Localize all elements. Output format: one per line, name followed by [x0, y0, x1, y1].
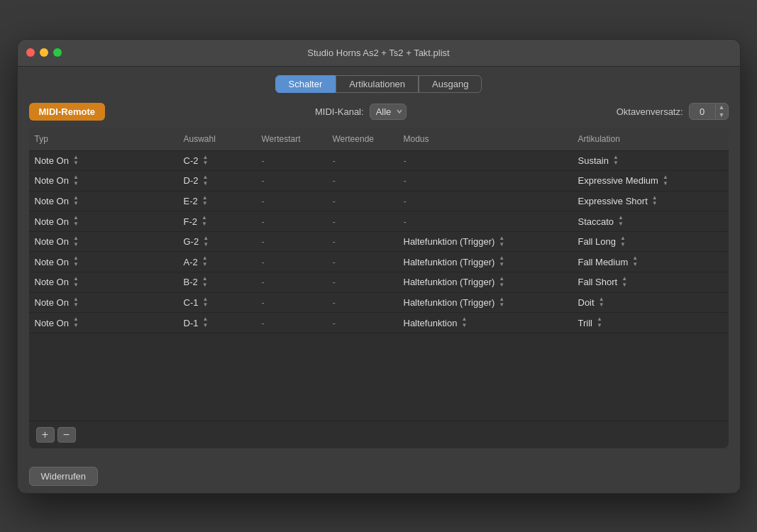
- cell-artikulation-8: Trill ▲▼: [573, 313, 729, 333]
- artikulation-stepper-6[interactable]: ▲▼: [621, 276, 627, 289]
- auswahl-stepper-1[interactable]: ▲▼: [202, 174, 208, 187]
- window-title: Studio Horns As2 + Ts2 + Takt.plist: [307, 48, 449, 58]
- tab-artikulationen[interactable]: Artikulationen: [336, 75, 419, 93]
- cell-auswahl-2: E-2 ▲▼: [178, 192, 256, 211]
- modus-stepper-7[interactable]: ▲▼: [499, 297, 504, 309]
- cell-werteende-1: -: [327, 172, 398, 189]
- auswahl-stepper-5[interactable]: ▲▼: [202, 255, 208, 268]
- table-row[interactable]: Note On ▲▼ D-2 ▲▼ - - - Expressive Mediu…: [29, 171, 729, 192]
- typ-stepper-4[interactable]: ▲▼: [73, 235, 79, 248]
- cell-wertestart-6: -: [256, 273, 327, 291]
- artikulation-stepper-7[interactable]: ▲▼: [599, 297, 604, 309]
- col-header-wertestart: Wertestart: [256, 131, 327, 147]
- typ-text-2: Note On: [35, 196, 69, 206]
- typ-stepper-2[interactable]: ▲▼: [73, 195, 79, 208]
- cell-artikulation-2: Expressive Short ▲▼: [573, 192, 729, 211]
- artikulation-stepper-8[interactable]: ▲▼: [597, 316, 602, 329]
- auswahl-stepper-3[interactable]: ▲▼: [201, 215, 207, 228]
- cell-werteende-0: -: [327, 152, 398, 170]
- artikulation-stepper-4[interactable]: ▲▼: [620, 235, 626, 248]
- auswahl-text-6: B-2: [184, 277, 198, 287]
- typ-stepper-1[interactable]: ▲▼: [73, 174, 79, 187]
- modus-text-1: -: [404, 175, 407, 186]
- cell-auswahl-3: F-2 ▲▼: [178, 211, 256, 231]
- table-row[interactable]: Note On ▲▼ B-2 ▲▼ - - Haltefunktion (Tri…: [29, 272, 729, 293]
- tab-bar: Schalter Artikulationen Ausgang: [29, 75, 729, 93]
- cell-typ-8: Note On ▲▼: [29, 313, 178, 333]
- modus-stepper-4[interactable]: ▲▼: [499, 235, 504, 248]
- table-header: Typ Auswahl Wertestart Werteende Modus A…: [29, 128, 729, 151]
- artikulation-stepper-1[interactable]: ▲▼: [663, 174, 668, 187]
- artikulation-text-5: Fall Medium: [578, 257, 629, 267]
- fullscreen-button[interactable]: [53, 48, 62, 57]
- wertestart-text-5: -: [262, 257, 265, 267]
- typ-stepper-3[interactable]: ▲▼: [73, 215, 79, 228]
- typ-text-7: Note On: [35, 297, 69, 308]
- cell-modus-5: Haltefunktion (Trigger) ▲▼: [398, 252, 573, 272]
- oktavenversatz-down[interactable]: ▼: [716, 111, 728, 119]
- oktavenversatz-up[interactable]: ▲: [716, 104, 728, 111]
- oktavenversatz-input[interactable]: [690, 104, 715, 119]
- cell-artikulation-7: Doit ▲▼: [573, 293, 729, 313]
- midi-remote-button[interactable]: MIDI-Remote: [29, 103, 105, 121]
- cell-auswahl-5: A-2 ▲▼: [178, 252, 256, 272]
- artikulation-stepper-2[interactable]: ▲▼: [652, 195, 658, 208]
- typ-stepper-5[interactable]: ▲▼: [73, 255, 79, 268]
- artikulation-text-1: Expressive Medium: [578, 175, 658, 186]
- modus-text-7: Haltefunktion (Trigger): [404, 297, 495, 308]
- auswahl-stepper-8[interactable]: ▲▼: [202, 316, 208, 329]
- werteende-text-3: -: [333, 216, 336, 227]
- wertestart-text-4: -: [262, 236, 265, 247]
- table-row[interactable]: Note On ▲▼ D-1 ▲▼ - - Haltefunktion ▲▼ T…: [29, 313, 729, 333]
- table-row[interactable]: Note On ▲▼ F-2 ▲▼ - - - Staccato ▲▼: [29, 211, 729, 232]
- remove-row-button[interactable]: −: [57, 427, 76, 443]
- cell-wertestart-5: -: [256, 253, 327, 271]
- modus-stepper-8[interactable]: ▲▼: [461, 316, 467, 329]
- auswahl-text-4: G-2: [184, 236, 199, 247]
- close-button[interactable]: [26, 48, 35, 57]
- wertestart-text-2: -: [262, 196, 265, 206]
- minimize-button[interactable]: [40, 48, 48, 57]
- artikulation-stepper-5[interactable]: ▲▼: [632, 255, 638, 268]
- auswahl-stepper-0[interactable]: ▲▼: [202, 155, 208, 167]
- auswahl-stepper-7[interactable]: ▲▼: [202, 297, 208, 309]
- werteende-text-7: -: [333, 297, 336, 308]
- modus-text-6: Haltefunktion (Trigger): [404, 277, 495, 287]
- cell-wertestart-0: -: [256, 152, 327, 170]
- table-row[interactable]: Note On ▲▼ G-2 ▲▼ - - Haltefunktion (Tri…: [29, 232, 729, 253]
- cell-modus-0: -: [398, 152, 573, 170]
- revert-button[interactable]: Widerrufen: [29, 467, 99, 486]
- auswahl-stepper-2[interactable]: ▲▼: [202, 195, 208, 208]
- tab-schalter[interactable]: Schalter: [275, 75, 336, 93]
- table-row[interactable]: Note On ▲▼ E-2 ▲▼ - - - Expressive Short…: [29, 192, 729, 212]
- typ-stepper-8[interactable]: ▲▼: [73, 316, 79, 329]
- artikulation-text-0: Sustain: [578, 155, 609, 166]
- content-area: Schalter Artikulationen Ausgang MIDI-Rem…: [18, 67, 740, 460]
- typ-stepper-0[interactable]: ▲▼: [73, 155, 79, 167]
- midi-kanal-select[interactable]: Alle 1234 5678 9101112 13141516: [370, 104, 407, 120]
- col-header-auswahl: Auswahl: [178, 131, 256, 147]
- auswahl-stepper-6[interactable]: ▲▼: [202, 276, 208, 289]
- cell-typ-0: Note On ▲▼: [29, 151, 178, 171]
- cell-artikulation-6: Fall Short ▲▼: [573, 272, 729, 292]
- auswahl-stepper-4[interactable]: ▲▼: [203, 235, 209, 248]
- artikulation-stepper-3[interactable]: ▲▼: [618, 215, 624, 228]
- werteende-text-0: -: [333, 155, 336, 166]
- typ-stepper-7[interactable]: ▲▼: [73, 297, 79, 309]
- modus-stepper-5[interactable]: ▲▼: [499, 255, 504, 268]
- wertestart-text-8: -: [262, 318, 265, 328]
- cell-modus-8: Haltefunktion ▲▼: [398, 313, 573, 333]
- cell-werteende-6: -: [327, 273, 398, 291]
- tab-ausgang[interactable]: Ausgang: [419, 75, 482, 93]
- artikulation-stepper-0[interactable]: ▲▼: [613, 155, 619, 167]
- table-row[interactable]: Note On ▲▼ A-2 ▲▼ - - Haltefunktion (Tri…: [29, 252, 729, 272]
- cell-wertestart-4: -: [256, 233, 327, 250]
- typ-stepper-6[interactable]: ▲▼: [73, 276, 79, 289]
- modus-stepper-6[interactable]: ▲▼: [499, 276, 504, 289]
- table-row[interactable]: Note On ▲▼ C-1 ▲▼ - - Haltefunktion (Tri…: [29, 293, 729, 314]
- add-row-button[interactable]: +: [36, 427, 55, 443]
- cell-werteende-3: -: [327, 213, 398, 231]
- cell-typ-1: Note On ▲▼: [29, 171, 178, 191]
- titlebar: Studio Horns As2 + Ts2 + Takt.plist: [18, 40, 740, 67]
- table-row[interactable]: Note On ▲▼ C-2 ▲▼ - - - Sustain ▲▼: [29, 151, 729, 172]
